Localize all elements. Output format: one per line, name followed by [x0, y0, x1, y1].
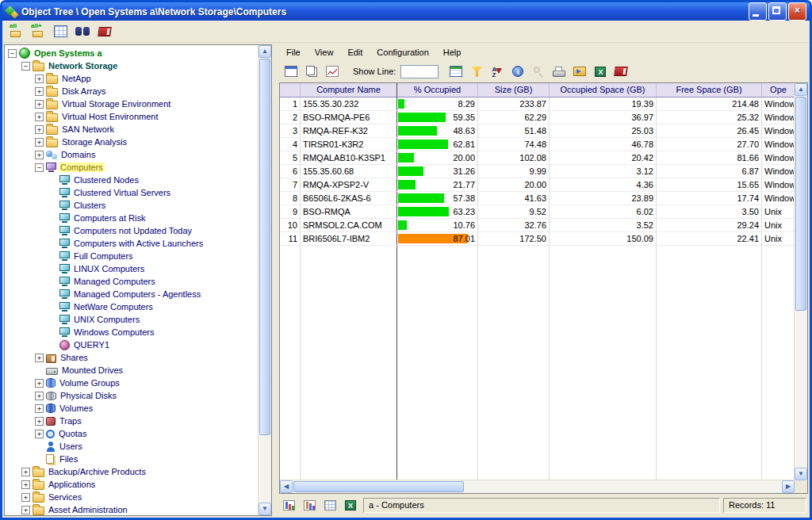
print-button[interactable] — [550, 63, 569, 80]
show-all-button[interactable] — [6, 23, 25, 40]
tree-item-users[interactable]: Users — [5, 440, 259, 453]
table-row[interactable]: 9BSO-RMQA63.239.526.023.50Unix — [280, 205, 795, 219]
table-row[interactable]: 2BSO-RMQA-PE659.3562.2936.9725.32Windows — [280, 111, 795, 124]
sort-button[interactable] — [488, 63, 507, 80]
help-button[interactable] — [611, 63, 630, 80]
column-header-occupied-space-gb[interactable]: Occupied Space (GB) — [550, 83, 657, 98]
tree-item-applications[interactable]: +Applications — [5, 478, 259, 491]
tree-scrollbar[interactable]: ▲ ▼ — [258, 45, 271, 515]
table-vertical-scrollbar[interactable]: ▲ ▼ — [794, 83, 807, 480]
expand-icon[interactable]: + — [35, 75, 44, 83]
expand-icon[interactable]: + — [35, 392, 44, 400]
table-horizontal-scrollbar[interactable]: ◀ ▶ — [280, 480, 795, 493]
tree-scroll-thumb[interactable] — [259, 59, 270, 435]
tree-item-computers[interactable]: −Computers — [5, 161, 259, 174]
tree-item-clustered-nodes[interactable]: Clustered Nodes — [5, 174, 259, 186]
scroll-left-button[interactable]: ◀ — [280, 480, 293, 493]
tree-item-clustered-virtual-servers[interactable]: Clustered Virtual Servers — [5, 186, 259, 199]
tree-item-query1[interactable]: QUERY1 — [5, 338, 259, 351]
copy-button[interactable] — [302, 63, 321, 80]
table-row[interactable]: 8B6506L6-2KAS-657.3841.6323.8917.74Windo… — [280, 192, 795, 205]
excel-view-button[interactable] — [341, 496, 360, 514]
tree-item-managed-computers[interactable]: Managed Computers — [5, 275, 259, 288]
grid-view-button[interactable] — [320, 496, 339, 514]
menu-file[interactable]: File — [279, 46, 308, 59]
panel-splitter[interactable] — [274, 44, 277, 516]
export-button[interactable] — [570, 63, 589, 80]
show-all-plus-button[interactable] — [29, 23, 48, 40]
tree-item-network-storage[interactable]: −Network Storage — [5, 59, 259, 72]
tree-item-netapp[interactable]: +NetApp — [5, 72, 259, 85]
expand-icon[interactable]: + — [35, 125, 44, 134]
tree-item-computers-not-updated-today[interactable]: Computers not Updated Today — [5, 224, 259, 237]
info-button[interactable] — [508, 63, 527, 80]
expand-icon[interactable]: + — [35, 379, 44, 388]
menu-edit[interactable]: Edit — [340, 46, 370, 59]
column-header-free-space-gb[interactable]: Free Space (GB) — [657, 83, 762, 98]
tree-item-unix-computers[interactable]: UNIX Computers — [5, 313, 259, 326]
scroll-down-button[interactable]: ▼ — [795, 468, 807, 480]
tree-item-linux-computers[interactable]: LINUX Computers — [5, 262, 259, 275]
tree-item-asset-administration[interactable]: +Asset Administration — [5, 503, 259, 515]
tree-item-computers-with-active-launchers[interactable]: Computers with Active Launchers — [5, 237, 259, 250]
tree-item-quotas[interactable]: +Quotas — [5, 427, 259, 440]
tree-item-storage-analysis[interactable]: +Storage Analysis — [5, 136, 259, 148]
scroll-up-button[interactable]: ▲ — [259, 45, 271, 58]
table-row[interactable]: 11BRI6506L7-IBM287.01172.50150.0922.41Un… — [280, 232, 795, 246]
scroll-down-button[interactable]: ▼ — [259, 503, 271, 515]
menu-help[interactable]: Help — [436, 46, 469, 59]
column-header-occupied[interactable]: % Occupied — [397, 83, 478, 98]
tree-item-traps[interactable]: +Traps — [5, 415, 259, 427]
collapse-icon[interactable]: − — [8, 49, 17, 58]
table-hscroll-thumb[interactable] — [293, 481, 464, 492]
tree-item-managed-computers-agentless[interactable]: Managed Computers - Agentless — [5, 288, 259, 300]
chart-view-2-button[interactable] — [300, 496, 319, 514]
expand-icon[interactable]: + — [35, 417, 44, 426]
expand-icon[interactable]: + — [35, 100, 44, 109]
tree-item-domains[interactable]: +Domains — [5, 148, 259, 161]
expand-icon[interactable]: + — [35, 430, 44, 438]
expand-icon[interactable]: + — [35, 404, 44, 413]
tree-item-volume-groups[interactable]: +Volume Groups — [5, 377, 259, 389]
table-row[interactable]: 1155.35.30.2328.29233.8719.39214.48Windo… — [280, 98, 795, 111]
tree-item-virtual-storage-environment[interactable]: +Virtual Storage Environment — [5, 98, 259, 110]
report-button[interactable] — [282, 63, 301, 80]
zoom-button[interactable] — [529, 63, 548, 80]
tree-item-volumes[interactable]: +Volumes — [5, 402, 259, 415]
tree-item-computers-at-risk[interactable]: Computers at Risk — [5, 212, 259, 224]
column-header-size-gb[interactable]: Size (GB) — [478, 83, 550, 98]
scroll-up-button[interactable]: ▲ — [795, 83, 807, 96]
menu-configuration[interactable]: Configuration — [370, 46, 435, 59]
table-row[interactable]: 3RMQA-REF-K3248.6351.4825.0326.45Windows — [280, 124, 795, 138]
tree-item-backup-archive-products[interactable]: +Backup/Archive Products — [5, 465, 259, 478]
table-row[interactable]: 10SRMSOL2.CA.COM10.7632.763.5229.24Unix — [280, 219, 795, 232]
excel-export-button[interactable] — [591, 63, 610, 80]
chart-button[interactable] — [323, 63, 342, 80]
tree-item-open-systems-a[interactable]: −Open Systems a — [5, 47, 259, 59]
filter-button[interactable] — [467, 63, 486, 80]
menu-view[interactable]: View — [308, 46, 341, 59]
tree-item-clusters[interactable]: Clusters — [5, 199, 259, 212]
row-number-header[interactable] — [280, 83, 301, 98]
grid-report-button[interactable] — [446, 63, 465, 80]
collapse-icon[interactable]: − — [35, 163, 44, 172]
expand-icon[interactable]: + — [35, 138, 44, 147]
bookshelf-button[interactable] — [95, 23, 114, 40]
table-scroll-thumb[interactable] — [795, 97, 806, 311]
chart-view-button[interactable] — [279, 496, 298, 514]
table-row[interactable]: 6155.35.60.6831.269.993.126.87Windows — [280, 165, 795, 178]
expand-icon[interactable]: + — [35, 354, 44, 362]
minimize-button[interactable] — [749, 2, 767, 21]
find-button[interactable] — [73, 23, 92, 40]
expand-icon[interactable]: + — [35, 87, 44, 96]
expand-icon[interactable]: + — [21, 468, 30, 476]
expand-icon[interactable]: + — [21, 493, 30, 502]
tree-item-virtual-host-environment[interactable]: +Virtual Host Environment — [5, 110, 259, 123]
tree-item-services[interactable]: +Services — [5, 491, 259, 503]
tree-item-disk-arrays[interactable]: +Disk Arrays — [5, 85, 259, 98]
tree-item-netware-computers[interactable]: NetWare Computers — [5, 300, 259, 313]
tree-item-mounted-drives[interactable]: Mounted Drives — [5, 364, 259, 377]
expand-icon[interactable]: + — [35, 113, 44, 121]
close-button[interactable]: × — [788, 2, 806, 21]
tree-item-san-network[interactable]: +SAN Network — [5, 123, 259, 136]
